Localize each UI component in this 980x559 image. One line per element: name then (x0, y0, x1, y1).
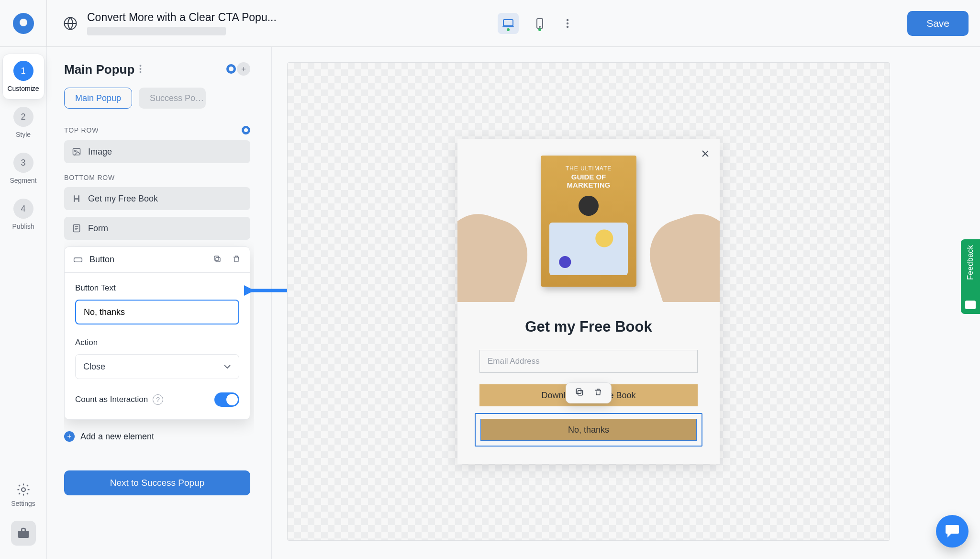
svg-point-16 (75, 150, 76, 152)
step-segment[interactable]: 3 Segment (2, 145, 45, 191)
chat-icon (945, 524, 960, 538)
settings-button[interactable]: Settings (11, 482, 35, 507)
globe-icon[interactable] (63, 16, 78, 31)
chat-launcher[interactable] (936, 515, 969, 548)
block-image[interactable]: Image (64, 140, 250, 163)
no-thanks-button[interactable]: No, thanks (480, 419, 697, 441)
status-dot (507, 28, 510, 31)
panel-menu-icon[interactable] (139, 65, 142, 75)
svg-point-6 (539, 26, 540, 27)
svg-point-1 (20, 19, 27, 26)
tab-main-popup[interactable]: Main Popup (64, 88, 132, 109)
svg-rect-19 (216, 257, 220, 262)
step-publish[interactable]: 4 Publish (2, 191, 45, 237)
button-text-input[interactable] (75, 300, 239, 324)
action-select[interactable]: Close (75, 354, 239, 379)
svg-point-10 (22, 488, 25, 492)
svg-rect-22 (578, 391, 583, 395)
svg-point-12 (140, 65, 142, 67)
more-menu-icon[interactable] (561, 17, 574, 30)
top-bar: Convert More with a Clear CTA Popu... Sa… (0, 0, 980, 47)
status-radio-icon (226, 64, 236, 74)
svg-point-14 (140, 71, 142, 73)
svg-rect-4 (502, 26, 514, 27)
button-icon (73, 256, 83, 264)
svg-rect-18 (74, 257, 82, 261)
save-button[interactable]: Save (907, 11, 969, 36)
button-text-label: Button Text (75, 283, 239, 293)
svg-point-9 (567, 25, 568, 27)
duplicate-icon[interactable] (575, 387, 584, 399)
panel-title: Main Popup (64, 62, 134, 77)
customize-panel: Main Popup ＋ Main Popup Success Po… TOP … (47, 47, 272, 559)
popup-headline: Get my Free Book (479, 318, 698, 335)
feedback-icon (965, 301, 976, 309)
svg-rect-15 (73, 148, 80, 155)
svg-point-8 (567, 22, 568, 24)
gear-icon (16, 482, 31, 497)
popup-hero-image: THE ULTIMATE GUIDE OF MARKETING (457, 139, 720, 302)
form-icon (72, 224, 81, 233)
block-headline[interactable]: Get my Free Book (64, 187, 250, 210)
briefcase-button[interactable] (11, 521, 36, 546)
count-interaction-label: Count as Interaction (75, 395, 148, 404)
svg-rect-23 (576, 389, 581, 393)
delete-icon[interactable] (232, 255, 241, 265)
step-rail: 1 Customize 2 Style 3 Segment 4 Publish … (0, 47, 47, 559)
feedback-tab[interactable]: Feedback (961, 239, 980, 314)
svg-rect-3 (503, 20, 513, 26)
duplicate-icon[interactable] (212, 255, 222, 265)
block-button-editor: Button Button Text Action Close Count as… (64, 246, 250, 420)
selected-element-outline: No, thanks (475, 413, 702, 447)
step-style[interactable]: 2 Style (2, 100, 45, 145)
tab-success-popup[interactable]: Success Po… (139, 88, 206, 109)
add-tab-button[interactable]: ＋ (237, 62, 250, 76)
image-icon (72, 147, 81, 157)
next-button[interactable]: Next to Success Popup (64, 470, 250, 495)
delete-icon[interactable] (594, 387, 602, 399)
svg-point-13 (140, 68, 142, 70)
section-top-row: TOP ROW (64, 126, 250, 134)
action-label: Action (75, 338, 239, 347)
section-bottom-row: BOTTOM ROW (64, 174, 250, 181)
chevron-down-icon (223, 364, 231, 369)
block-button-title: Button (89, 255, 114, 265)
svg-rect-20 (214, 256, 219, 260)
email-input[interactable] (479, 350, 698, 373)
status-dot (538, 28, 541, 31)
svg-rect-11 (18, 531, 29, 538)
app-logo[interactable] (0, 0, 47, 47)
heading-icon (72, 194, 81, 203)
device-switch (498, 13, 574, 34)
svg-point-7 (567, 19, 568, 21)
preview-canvas: THE ULTIMATE GUIDE OF MARKETING Get my F… (287, 62, 890, 541)
step-customize[interactable]: 1 Customize (2, 54, 45, 100)
popup-preview: THE ULTIMATE GUIDE OF MARKETING Get my F… (457, 139, 720, 464)
device-mobile-button[interactable] (529, 13, 550, 34)
add-element-button[interactable]: + Add a new element (64, 431, 250, 442)
briefcase-icon (16, 526, 31, 540)
help-icon[interactable]: ? (153, 394, 163, 405)
page-title: Convert More with a Clear CTA Popu... (87, 11, 277, 24)
plus-icon: + (64, 431, 75, 442)
count-interaction-toggle[interactable] (214, 392, 239, 407)
device-desktop-button[interactable] (498, 13, 519, 34)
element-toolbar (566, 382, 612, 403)
page-subtitle-redacted (87, 27, 226, 35)
radio-dot-icon (242, 126, 250, 134)
block-form[interactable]: Form (64, 217, 250, 240)
